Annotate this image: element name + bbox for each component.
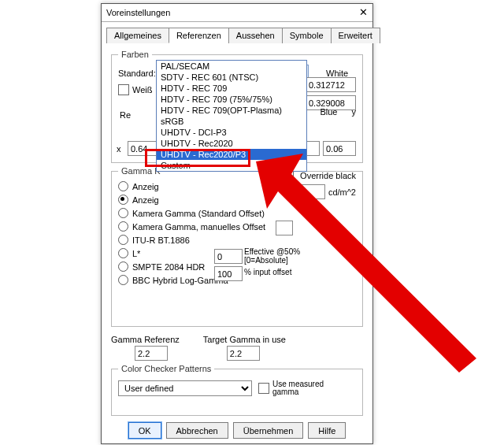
weiss-checkbox[interactable]	[118, 84, 129, 95]
opt-sdtv[interactable]: SDTV - REC 601 (NTSC)	[157, 72, 306, 83]
help-button[interactable]: Hilfe	[308, 422, 346, 439]
group-ccp: Color Checker Patterns User defined Use …	[111, 369, 363, 416]
radio-label: ITU-R BT.1886	[132, 235, 190, 245]
effective-0-input[interactable]	[214, 249, 243, 264]
use-measured-label: Use measured gamma	[272, 380, 324, 396]
weiss-label: Weiß	[132, 85, 152, 95]
effective-label-1: Effective @50%	[244, 247, 300, 256]
ccp-select[interactable]: User defined	[118, 380, 252, 396]
radio-label: Kamera Gamma (Standard Offset)	[132, 209, 265, 218]
opt-hdtv75[interactable]: HDTV - REC 709 (75%/75%)	[157, 94, 306, 105]
radio-icon	[118, 208, 128, 218]
effective-label-2: [0=Absolute]	[244, 256, 300, 265]
radio-label: Anzeig	[132, 182, 159, 191]
opt-rec2020p3[interactable]: UHDTV - Rec2020/P3	[157, 149, 306, 160]
apply-button[interactable]: Übernehmen	[233, 422, 304, 439]
ok-button[interactable]: OK	[128, 422, 161, 439]
opt-srgb[interactable]: sRGB	[157, 116, 306, 127]
opt-custom[interactable]: Custom	[157, 160, 306, 171]
group-farben: Farben Standard: HDTV - REC 709 White x …	[111, 54, 363, 163]
radio-icon	[118, 248, 128, 258]
close-icon[interactable]: ✕	[359, 4, 368, 21]
gamma-radio-3[interactable]: Kamera Gamma, manuelles Offset	[118, 221, 356, 232]
cancel-button[interactable]: Abbrechen	[166, 422, 228, 439]
radio-icon	[118, 235, 128, 245]
red-header: Re	[120, 110, 131, 120]
blue-header: Blue	[320, 107, 337, 117]
opt-rec2020[interactable]: UHDTV - Rec2020	[157, 138, 306, 149]
radio-label: Kamera Gamma, manuelles Offset	[132, 222, 265, 232]
opt-hdtv-opt[interactable]: HDTV - REC 709(OPT-Plasma)	[157, 105, 306, 116]
group-gamma: Gamma K Override black cd/m^2 AnzeigAnze…	[111, 171, 363, 327]
effective-100-input[interactable]	[214, 266, 243, 281]
window-title: Voreinstellungen	[106, 4, 170, 21]
tab-allgemeines[interactable]: Allgemeines	[106, 28, 169, 43]
titlebar[interactable]: Voreinstellungen ✕	[102, 4, 372, 22]
tab-aussehen[interactable]: Aussehen	[228, 28, 283, 43]
radio-label: SMPTE 2084 HDR	[132, 262, 205, 272]
opt-pal[interactable]: PAL/SECAM	[157, 61, 306, 72]
override-black-label: Override black	[300, 171, 356, 180]
standard-label: Standard:	[118, 69, 159, 78]
tab-referenzen[interactable]: Referenzen	[169, 28, 229, 43]
radio-icon	[118, 261, 128, 272]
y-header: y	[352, 107, 357, 117]
radio-label: Anzeig	[132, 195, 159, 205]
radio-label: L*	[132, 249, 140, 258]
opt-dcip3[interactable]: UHDTV - DCI-P3	[157, 127, 306, 138]
override-black-input[interactable]	[292, 184, 325, 199]
use-measured-checkbox[interactable]	[258, 383, 269, 394]
target-gamma-label: Target Gamma in use	[203, 335, 286, 344]
white-x-input[interactable]	[306, 77, 356, 92]
dialog-buttons: OK Abbrechen Übernehmen Hilfe	[102, 422, 372, 439]
group-farben-legend: Farben	[118, 50, 152, 59]
gamma-radio-2[interactable]: Kamera Gamma (Standard Offset)	[118, 208, 356, 218]
effective-label-3: % input offset	[244, 268, 291, 276]
radio-icon	[118, 275, 128, 285]
target-gamma-input[interactable]	[227, 346, 260, 361]
tab-erweitert[interactable]: Erweitert	[331, 28, 380, 43]
blue-y-input[interactable]	[323, 141, 356, 156]
gamma-radio-4[interactable]: ITU-R BT.1886	[118, 235, 356, 245]
override-black-unit: cd/m^2	[328, 187, 356, 197]
gamma-ref-input[interactable]	[135, 346, 168, 361]
preferences-dialog: Voreinstellungen ✕ Allgemeines Referenze…	[101, 3, 373, 444]
radio-icon	[118, 221, 128, 232]
radio-icon	[118, 181, 128, 191]
opt-hdtv709[interactable]: HDTV - REC 709	[157, 83, 306, 94]
manual-offset-box[interactable]	[276, 221, 293, 235]
gamma-ref-label: Gamma Referenz	[111, 335, 180, 344]
standard-dropdown-list[interactable]: PAL/SECAM SDTV - REC 601 (NTSC) HDTV - R…	[156, 60, 307, 172]
rgb-x-label: x	[117, 144, 124, 154]
radio-icon	[118, 195, 128, 205]
tab-symbole[interactable]: Symbole	[282, 28, 332, 43]
group-ccp-legend: Color Checker Patterns	[118, 364, 214, 373]
tab-bar: Allgemeines Referenzen Aussehen Symbole …	[106, 27, 368, 43]
override-black-checkbox[interactable]	[283, 170, 294, 181]
